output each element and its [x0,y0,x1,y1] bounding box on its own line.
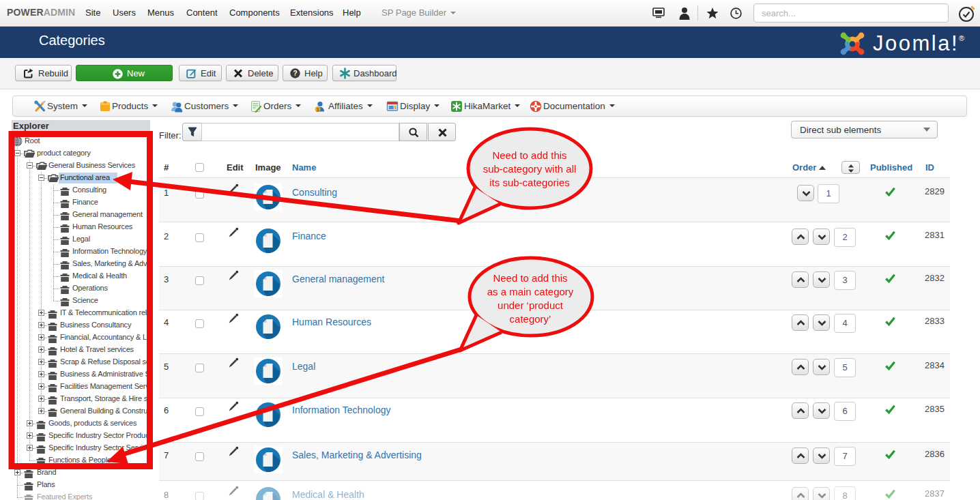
svg-text:$: $ [317,107,319,113]
svg-text:?: ? [293,70,297,77]
